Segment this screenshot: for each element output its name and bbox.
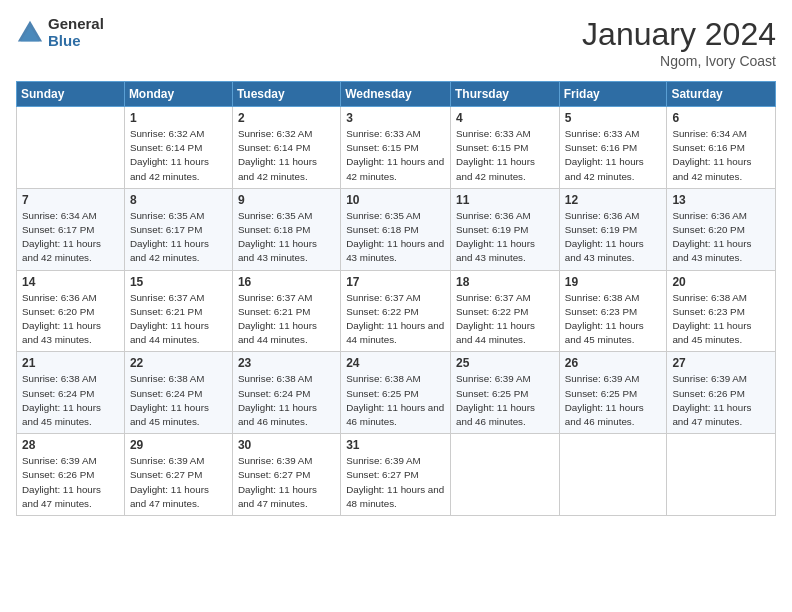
day-info: Sunrise: 6:38 AM Sunset: 6:24 PM Dayligh…	[130, 372, 227, 429]
logo-icon	[16, 19, 44, 47]
col-thursday: Thursday	[451, 82, 560, 107]
day-info: Sunrise: 6:34 AM Sunset: 6:16 PM Dayligh…	[672, 127, 770, 184]
col-monday: Monday	[124, 82, 232, 107]
calendar-cell: 15Sunrise: 6:37 AM Sunset: 6:21 PM Dayli…	[124, 270, 232, 352]
day-number: 21	[22, 356, 119, 370]
day-number: 14	[22, 275, 119, 289]
calendar-table: Sunday Monday Tuesday Wednesday Thursday…	[16, 81, 776, 516]
col-tuesday: Tuesday	[232, 82, 340, 107]
calendar-cell: 4Sunrise: 6:33 AM Sunset: 6:15 PM Daylig…	[451, 107, 560, 189]
day-info: Sunrise: 6:36 AM Sunset: 6:20 PM Dayligh…	[22, 291, 119, 348]
col-saturday: Saturday	[667, 82, 776, 107]
calendar-cell	[559, 434, 667, 516]
day-info: Sunrise: 6:39 AM Sunset: 6:27 PM Dayligh…	[238, 454, 335, 511]
day-info: Sunrise: 6:39 AM Sunset: 6:26 PM Dayligh…	[22, 454, 119, 511]
day-number: 29	[130, 438, 227, 452]
day-info: Sunrise: 6:38 AM Sunset: 6:23 PM Dayligh…	[672, 291, 770, 348]
calendar-cell: 8Sunrise: 6:35 AM Sunset: 6:17 PM Daylig…	[124, 188, 232, 270]
day-info: Sunrise: 6:35 AM Sunset: 6:17 PM Dayligh…	[130, 209, 227, 266]
calendar-cell: 16Sunrise: 6:37 AM Sunset: 6:21 PM Dayli…	[232, 270, 340, 352]
day-info: Sunrise: 6:37 AM Sunset: 6:22 PM Dayligh…	[456, 291, 554, 348]
day-info: Sunrise: 6:38 AM Sunset: 6:24 PM Dayligh…	[22, 372, 119, 429]
day-info: Sunrise: 6:33 AM Sunset: 6:15 PM Dayligh…	[456, 127, 554, 184]
day-number: 2	[238, 111, 335, 125]
logo-text: General Blue	[48, 16, 104, 49]
calendar-cell: 10Sunrise: 6:35 AM Sunset: 6:18 PM Dayli…	[341, 188, 451, 270]
day-number: 12	[565, 193, 662, 207]
day-info: Sunrise: 6:39 AM Sunset: 6:27 PM Dayligh…	[346, 454, 445, 511]
day-info: Sunrise: 6:35 AM Sunset: 6:18 PM Dayligh…	[346, 209, 445, 266]
calendar-cell: 14Sunrise: 6:36 AM Sunset: 6:20 PM Dayli…	[17, 270, 125, 352]
logo-blue: Blue	[48, 33, 104, 50]
day-info: Sunrise: 6:32 AM Sunset: 6:14 PM Dayligh…	[238, 127, 335, 184]
day-info: Sunrise: 6:36 AM Sunset: 6:20 PM Dayligh…	[672, 209, 770, 266]
day-number: 6	[672, 111, 770, 125]
day-info: Sunrise: 6:38 AM Sunset: 6:23 PM Dayligh…	[565, 291, 662, 348]
calendar-cell: 27Sunrise: 6:39 AM Sunset: 6:26 PM Dayli…	[667, 352, 776, 434]
week-row-2: 7Sunrise: 6:34 AM Sunset: 6:17 PM Daylig…	[17, 188, 776, 270]
day-info: Sunrise: 6:33 AM Sunset: 6:16 PM Dayligh…	[565, 127, 662, 184]
calendar-cell: 20Sunrise: 6:38 AM Sunset: 6:23 PM Dayli…	[667, 270, 776, 352]
day-info: Sunrise: 6:35 AM Sunset: 6:18 PM Dayligh…	[238, 209, 335, 266]
week-row-4: 21Sunrise: 6:38 AM Sunset: 6:24 PM Dayli…	[17, 352, 776, 434]
day-info: Sunrise: 6:37 AM Sunset: 6:22 PM Dayligh…	[346, 291, 445, 348]
day-number: 22	[130, 356, 227, 370]
calendar-cell: 6Sunrise: 6:34 AM Sunset: 6:16 PM Daylig…	[667, 107, 776, 189]
day-info: Sunrise: 6:32 AM Sunset: 6:14 PM Dayligh…	[130, 127, 227, 184]
day-number: 31	[346, 438, 445, 452]
calendar-cell: 12Sunrise: 6:36 AM Sunset: 6:19 PM Dayli…	[559, 188, 667, 270]
title-block: January 2024 Ngom, Ivory Coast	[582, 16, 776, 69]
calendar-cell: 7Sunrise: 6:34 AM Sunset: 6:17 PM Daylig…	[17, 188, 125, 270]
month-title: January 2024	[582, 16, 776, 53]
day-number: 28	[22, 438, 119, 452]
week-row-5: 28Sunrise: 6:39 AM Sunset: 6:26 PM Dayli…	[17, 434, 776, 516]
day-info: Sunrise: 6:36 AM Sunset: 6:19 PM Dayligh…	[565, 209, 662, 266]
day-number: 26	[565, 356, 662, 370]
day-info: Sunrise: 6:36 AM Sunset: 6:19 PM Dayligh…	[456, 209, 554, 266]
location: Ngom, Ivory Coast	[582, 53, 776, 69]
page-header: General Blue January 2024 Ngom, Ivory Co…	[16, 16, 776, 69]
day-number: 7	[22, 193, 119, 207]
day-info: Sunrise: 6:39 AM Sunset: 6:26 PM Dayligh…	[672, 372, 770, 429]
day-number: 5	[565, 111, 662, 125]
calendar-cell: 19Sunrise: 6:38 AM Sunset: 6:23 PM Dayli…	[559, 270, 667, 352]
logo: General Blue	[16, 16, 104, 49]
calendar-cell: 25Sunrise: 6:39 AM Sunset: 6:25 PM Dayli…	[451, 352, 560, 434]
col-sunday: Sunday	[17, 82, 125, 107]
day-info: Sunrise: 6:39 AM Sunset: 6:27 PM Dayligh…	[130, 454, 227, 511]
calendar-cell: 11Sunrise: 6:36 AM Sunset: 6:19 PM Dayli…	[451, 188, 560, 270]
day-info: Sunrise: 6:38 AM Sunset: 6:24 PM Dayligh…	[238, 372, 335, 429]
calendar-cell: 3Sunrise: 6:33 AM Sunset: 6:15 PM Daylig…	[341, 107, 451, 189]
calendar-cell: 17Sunrise: 6:37 AM Sunset: 6:22 PM Dayli…	[341, 270, 451, 352]
calendar-cell: 18Sunrise: 6:37 AM Sunset: 6:22 PM Dayli…	[451, 270, 560, 352]
week-row-1: 1Sunrise: 6:32 AM Sunset: 6:14 PM Daylig…	[17, 107, 776, 189]
calendar-cell: 23Sunrise: 6:38 AM Sunset: 6:24 PM Dayli…	[232, 352, 340, 434]
calendar-cell	[667, 434, 776, 516]
day-info: Sunrise: 6:33 AM Sunset: 6:15 PM Dayligh…	[346, 127, 445, 184]
calendar-cell	[17, 107, 125, 189]
calendar-cell: 13Sunrise: 6:36 AM Sunset: 6:20 PM Dayli…	[667, 188, 776, 270]
calendar-cell: 24Sunrise: 6:38 AM Sunset: 6:25 PM Dayli…	[341, 352, 451, 434]
calendar-header-row: Sunday Monday Tuesday Wednesday Thursday…	[17, 82, 776, 107]
day-number: 16	[238, 275, 335, 289]
calendar-cell	[451, 434, 560, 516]
page-container: General Blue January 2024 Ngom, Ivory Co…	[0, 0, 792, 524]
day-number: 10	[346, 193, 445, 207]
day-info: Sunrise: 6:37 AM Sunset: 6:21 PM Dayligh…	[238, 291, 335, 348]
calendar-cell: 30Sunrise: 6:39 AM Sunset: 6:27 PM Dayli…	[232, 434, 340, 516]
col-wednesday: Wednesday	[341, 82, 451, 107]
calendar-cell: 21Sunrise: 6:38 AM Sunset: 6:24 PM Dayli…	[17, 352, 125, 434]
day-number: 1	[130, 111, 227, 125]
day-number: 23	[238, 356, 335, 370]
calendar-cell: 28Sunrise: 6:39 AM Sunset: 6:26 PM Dayli…	[17, 434, 125, 516]
calendar-cell: 1Sunrise: 6:32 AM Sunset: 6:14 PM Daylig…	[124, 107, 232, 189]
day-number: 24	[346, 356, 445, 370]
day-number: 13	[672, 193, 770, 207]
logo-general: General	[48, 16, 104, 33]
day-info: Sunrise: 6:39 AM Sunset: 6:25 PM Dayligh…	[565, 372, 662, 429]
week-row-3: 14Sunrise: 6:36 AM Sunset: 6:20 PM Dayli…	[17, 270, 776, 352]
day-info: Sunrise: 6:37 AM Sunset: 6:21 PM Dayligh…	[130, 291, 227, 348]
day-number: 25	[456, 356, 554, 370]
day-number: 30	[238, 438, 335, 452]
col-friday: Friday	[559, 82, 667, 107]
